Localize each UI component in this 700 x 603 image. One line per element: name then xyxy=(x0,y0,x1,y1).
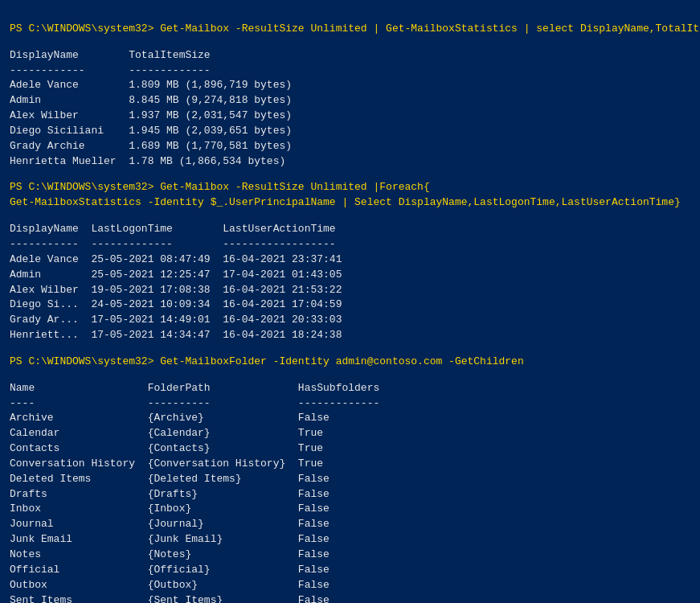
command-line-1: PS C:\WINDOWS\system32> Get-Mailbox -Res… xyxy=(10,22,690,37)
table-row: Grady Ar... 17-05-2021 14:49:01 16-04-20… xyxy=(10,313,690,328)
table-separator-1: ------------ ------------- xyxy=(10,64,690,79)
terminal: PS C:\WINDOWS\system32> Get-Mailbox -Res… xyxy=(10,6,690,603)
table-row: Deleted Items {Deleted Items} False xyxy=(10,472,690,487)
table-row: Junk Email {Junk Email} False xyxy=(10,532,690,548)
table-row: Outbox {Outbox} False xyxy=(10,578,690,593)
table-separator-2: ----------- ------------- --------------… xyxy=(10,237,690,252)
table-row: Inbox {Inbox} False xyxy=(10,502,690,517)
spacer xyxy=(10,343,690,355)
table-row: Adele Vance 25-05-2021 08:47:49 16-04-20… xyxy=(10,252,690,268)
command-line-2: PS C:\WINDOWS\system32> Get-Mailbox -Res… xyxy=(10,180,690,211)
command-line-3: PS C:\WINDOWS\system32> Get-MailboxFolde… xyxy=(10,355,690,370)
table-row: Notes {Notes} False xyxy=(10,548,690,563)
table-row: Admin 25-05-2021 12:25:47 17-04-2021 01:… xyxy=(10,268,690,283)
table-header-2: DisplayName LastLogonTime LastUserAction… xyxy=(10,222,690,237)
table-row: Grady Archie 1.689 MB (1,770,581 bytes) xyxy=(10,139,690,154)
table-row: Calendar {Calendar} True xyxy=(10,426,690,441)
table-header-1: DisplayName TotalItemSize xyxy=(10,48,690,64)
table-separator-3: ---- ---------- ------------- xyxy=(10,396,690,412)
table-row: Archive {Archive} False xyxy=(10,411,690,426)
table-row: Henriett... 17-05-2021 14:34:47 16-04-20… xyxy=(10,328,690,343)
table-row: Alex Wilber 19-05-2021 17:08:38 16-04-20… xyxy=(10,283,690,298)
table-row: Sent Items {Sent Items} False xyxy=(10,593,690,603)
table-row: Diego Si... 24-05-2021 10:09:34 16-04-20… xyxy=(10,297,690,313)
spacer xyxy=(10,370,690,381)
table-row: Henrietta Mueller 1.78 MB (1,866,534 byt… xyxy=(10,154,690,170)
table-row: Conversation History {Conversation Histo… xyxy=(10,457,690,472)
table-row: Diego Siciliani 1.945 MB (2,039,651 byte… xyxy=(10,124,690,139)
table-row: Adele Vance 1.809 MB (1,896,719 bytes) xyxy=(10,78,690,93)
spacer xyxy=(10,169,690,180)
table-row: Admin 8.845 MB (9,274,818 bytes) xyxy=(10,93,690,109)
table-row: Drafts {Drafts} False xyxy=(10,487,690,503)
spacer xyxy=(10,211,690,222)
table-header-3: Name FolderPath HasSubfolders xyxy=(10,381,690,396)
spacer xyxy=(10,37,690,48)
table-row: Contacts {Contacts} True xyxy=(10,441,690,457)
table-row: Official {Official} False xyxy=(10,563,690,578)
table-row: Journal {Journal} False xyxy=(10,517,690,532)
table-row: Alex Wilber 1.937 MB (2,031,547 bytes) xyxy=(10,109,690,124)
